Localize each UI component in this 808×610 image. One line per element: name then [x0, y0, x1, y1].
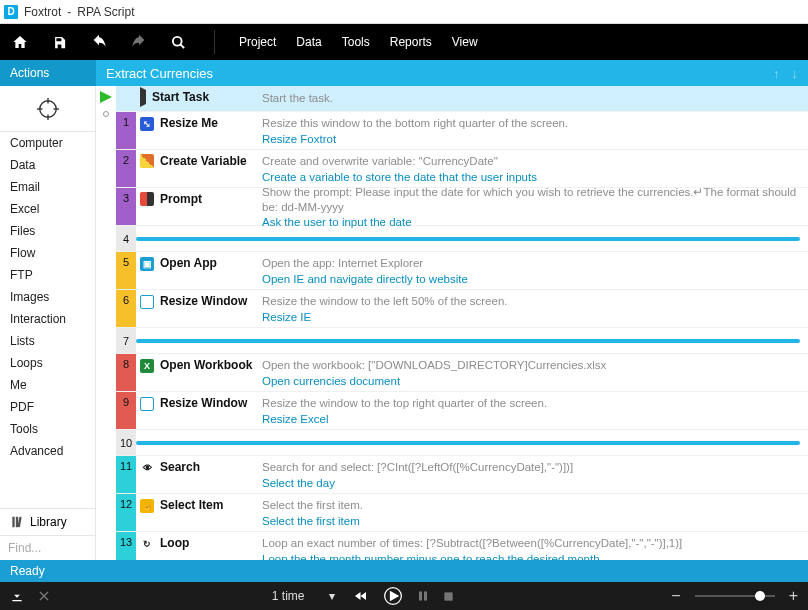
step-icon: ⿴	[140, 396, 154, 411]
step-name-cell: ⤡Resize Me	[136, 112, 262, 149]
move-up-icon[interactable]: ↑	[773, 66, 780, 81]
step-link[interactable]: Open currencies document	[262, 375, 800, 387]
svg-line-1	[180, 44, 184, 48]
step-separator[interactable]: 4	[116, 226, 808, 252]
step-name: Loop	[160, 536, 189, 550]
target-tool[interactable]	[0, 86, 95, 132]
sidebar-category[interactable]: Email	[0, 176, 95, 198]
step-row[interactable]: Start TaskStart the task.	[116, 86, 808, 112]
step-row[interactable]: 2Create VariableCreate and overwrite var…	[116, 150, 808, 188]
step-description: Start the task.	[262, 91, 800, 106]
redo-icon[interactable]	[131, 34, 147, 50]
step-row[interactable]: 8XOpen WorkbookOpen the workbook: ["DOWN…	[116, 354, 808, 392]
sidebar-category[interactable]: Files	[0, 220, 95, 242]
close-run-icon[interactable]	[38, 590, 50, 602]
loop-count-label: 1 time	[272, 589, 305, 603]
titlebar: D Foxtrot - RPA Script	[0, 0, 808, 24]
step-separator[interactable]: 7	[116, 328, 808, 354]
step-link[interactable]: Loop the the month number minus one to r…	[262, 553, 800, 560]
step-link[interactable]: Resize Excel	[262, 413, 800, 425]
step-link[interactable]: Select the first item	[262, 515, 800, 527]
step-link[interactable]: Resize IE	[262, 311, 800, 323]
sidebar-category[interactable]: Me	[0, 374, 95, 396]
step-icon: ▣	[140, 256, 154, 271]
rewind-icon[interactable]	[353, 590, 369, 602]
sidebar-category[interactable]: Computer	[0, 132, 95, 154]
search-icon[interactable]	[171, 35, 186, 50]
step-name: Select Item	[160, 498, 223, 512]
step-number: 4	[116, 226, 136, 251]
speed-slider[interactable]	[695, 595, 775, 597]
step-icon	[140, 192, 154, 209]
step-icon	[140, 90, 146, 104]
run-gutter	[96, 86, 116, 560]
step-number: 3	[116, 188, 136, 225]
step-row[interactable]: 3PromptShow the prompt: Please input the…	[116, 188, 808, 226]
step-body: Open the app: Internet ExplorerOpen IE a…	[262, 252, 808, 289]
sidebar-category[interactable]: Flow	[0, 242, 95, 264]
menu-data[interactable]: Data	[296, 35, 321, 49]
status-text: Ready	[10, 564, 45, 578]
step-name-cell: Create Variable	[136, 150, 262, 187]
menu-tools[interactable]: Tools	[342, 35, 370, 49]
step-name: Prompt	[160, 192, 202, 206]
step-link[interactable]: Resize Foxtrot	[262, 133, 800, 145]
step-link[interactable]: Select the day	[262, 477, 800, 489]
step-body: Create and overwrite variable: "Currency…	[262, 150, 808, 187]
step-name-cell: Prompt	[136, 188, 262, 225]
undo-icon[interactable]	[91, 34, 107, 50]
sidebar-category[interactable]: Images	[0, 286, 95, 308]
step-row[interactable]: 6⿴Resize WindowResize the window to the …	[116, 290, 808, 328]
step-name: Create Variable	[160, 154, 247, 168]
step-description: Loop an exact number of times: [?Subtrac…	[262, 536, 800, 551]
loop-count-dropdown[interactable]: 1 time ▾	[268, 587, 339, 605]
step-separator[interactable]: 10	[116, 430, 808, 456]
step-description: Select the first item.	[262, 498, 800, 513]
speed-minus[interactable]: −	[671, 587, 680, 605]
sidebar-category[interactable]: Lists	[0, 330, 95, 352]
menu-project[interactable]: Project	[239, 35, 276, 49]
download-icon[interactable]	[10, 589, 24, 603]
step-row[interactable]: 12☝Select ItemSelect the first item.Sele…	[116, 494, 808, 532]
step-row[interactable]: 9⿴Resize WindowResize the window to the …	[116, 392, 808, 430]
pause-icon[interactable]	[417, 590, 429, 602]
speed-plus[interactable]: +	[789, 587, 798, 605]
sidebar-category[interactable]: Tools	[0, 418, 95, 440]
actions-sidebar: ComputerDataEmailExcelFilesFlowFTPImages…	[0, 86, 96, 560]
save-icon[interactable]	[52, 35, 67, 50]
find-input[interactable]: Find...	[0, 535, 95, 560]
workspace: Start TaskStart the task.1⤡Resize MeResi…	[96, 86, 808, 560]
sidebar-category[interactable]: Advanced	[0, 440, 95, 462]
step-name-cell: ▣Open App	[136, 252, 262, 289]
sidebar-library[interactable]: Library	[0, 508, 95, 535]
sidebar-category[interactable]: Loops	[0, 352, 95, 374]
step-row[interactable]: 11👁SearchSearch for and select: [?CInt([…	[116, 456, 808, 494]
step-row[interactable]: 1⤡Resize MeResize this window to the bot…	[116, 112, 808, 150]
step-row[interactable]: 13↻LoopLoop an exact number of times: [?…	[116, 532, 808, 560]
stop-icon[interactable]	[443, 591, 454, 602]
move-down-icon[interactable]: ↓	[792, 66, 799, 81]
step-link[interactable]: Open IE and navigate directly to website	[262, 273, 800, 285]
breakpoint-dot[interactable]	[103, 111, 109, 117]
sidebar-category[interactable]: PDF	[0, 396, 95, 418]
sidebar-category[interactable]: Excel	[0, 198, 95, 220]
play-icon[interactable]	[383, 586, 403, 606]
step-number: 5	[116, 252, 136, 289]
sidebar-category[interactable]: FTP	[0, 264, 95, 286]
doc-name: RPA Script	[77, 5, 134, 19]
menu-reports[interactable]: Reports	[390, 35, 432, 49]
step-icon: 👁	[140, 460, 154, 475]
step-name: Open App	[160, 256, 217, 270]
step-number: 1	[116, 112, 136, 149]
step-name: Resize Me	[160, 116, 218, 130]
sidebar-category[interactable]: Interaction	[0, 308, 95, 330]
home-icon[interactable]	[12, 34, 28, 50]
step-link[interactable]: Create a variable to store the date that…	[262, 171, 800, 183]
step-number	[116, 86, 136, 111]
step-number: 8	[116, 354, 136, 391]
sidebar-category[interactable]: Data	[0, 154, 95, 176]
run-cursor-icon[interactable]	[100, 91, 112, 106]
menu-view[interactable]: View	[452, 35, 478, 49]
step-row[interactable]: 5▣Open AppOpen the app: Internet Explore…	[116, 252, 808, 290]
script-title: Extract Currencies	[106, 66, 213, 81]
